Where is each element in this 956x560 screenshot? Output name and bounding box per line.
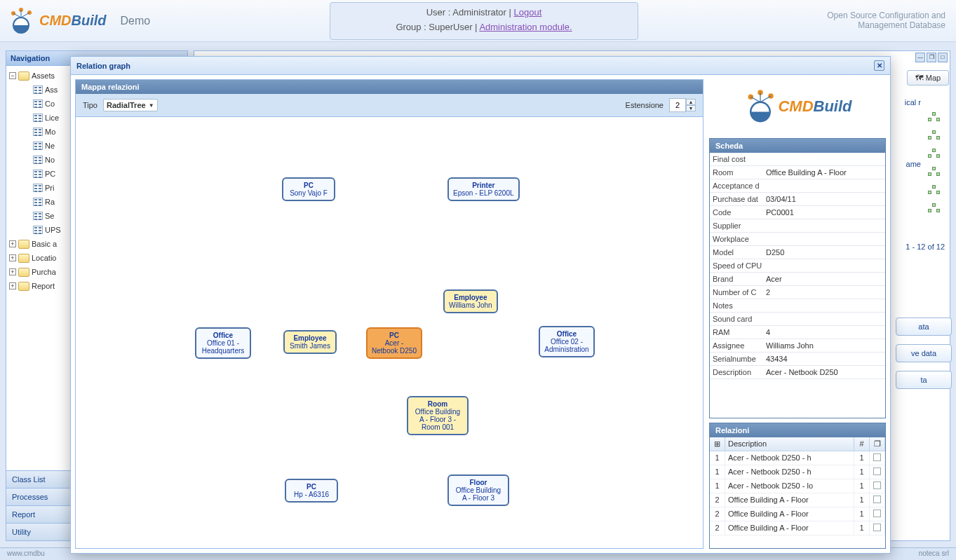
modal-mask: Relation graph ✕ Mappa relazioni Tipo Ra… — [0, 0, 956, 560]
card-row: Workplace — [710, 233, 885, 246]
rel-body[interactable]: 1Acer - Netbook D250 - h11Acer - Netbook… — [710, 451, 885, 548]
copy-icon[interactable]: ❐ — [870, 437, 885, 451]
rel-row[interactable]: 1Acer - Netbook D250 - h1 — [710, 465, 885, 479]
tipo-select[interactable]: RadialTree▼ — [103, 99, 158, 111]
tree-icon[interactable]: ⊞ — [710, 437, 725, 451]
graph-canvas[interactable]: PCSony Vajo F PrinterEpson - ELP 6200L O… — [76, 117, 703, 548]
rel-col-description[interactable]: Description — [725, 437, 854, 451]
card-row: ModelD250 — [710, 246, 885, 259]
scheda-title: Scheda — [710, 139, 885, 153]
tipo-label: Tipo — [83, 101, 97, 109]
spinner-down-icon[interactable]: ▼ — [686, 105, 696, 111]
side-logo: CMDBuild — [709, 79, 886, 134]
rel-row[interactable]: 2Office Building A - Floor1 — [710, 521, 885, 535]
node-room[interactable]: RoomOffice Building A - Floor 3 - Room 0… — [407, 396, 469, 435]
rel-row[interactable]: 2Office Building A - Floor1 — [710, 507, 885, 521]
graph-edges — [76, 117, 286, 222]
ext-label: Estensione — [626, 101, 664, 109]
relation-map-panel: Mappa relazioni Tipo RadialTree▼ Estensi… — [75, 79, 703, 549]
node-office-admin[interactable]: OfficeOffice 02 - Administration — [539, 326, 595, 357]
card-row: Supplier — [710, 219, 885, 233]
card-row: Purchase dat03/04/11 — [710, 193, 885, 206]
card-row: Acceptance d — [710, 179, 885, 193]
modal-header: Relation graph ✕ — [71, 57, 890, 75]
relazioni-panel: Relazioni ⊞ Description # ❐ 1Acer - Netb… — [709, 423, 886, 549]
rel-header-row: ⊞ Description # ❐ — [710, 437, 885, 451]
svg-line-20 — [751, 97, 761, 102]
modal-title: Relation graph — [76, 62, 130, 70]
node-employee-williams[interactable]: EmployeeWilliams John — [443, 289, 498, 313]
svg-line-22 — [760, 96, 771, 102]
card-row: RoomOffice Building A - Floor — [710, 166, 885, 179]
scheda-panel: Scheda Final costRoomOffice Building A -… — [709, 138, 886, 418]
node-floor[interactable]: FloorOffice Building A - Floor 3 — [447, 474, 509, 506]
rel-row[interactable]: 1Acer - Netbook D250 - h1 — [710, 451, 885, 465]
card-row: Speed of CPU — [710, 259, 885, 273]
rel-row[interactable]: 1Acer - Netbook D250 - lo1 — [710, 479, 885, 493]
ext-spinner[interactable]: ▲▼ — [669, 98, 696, 112]
card-row: AssigneeWilliams John — [710, 339, 885, 353]
ext-input[interactable] — [669, 98, 686, 112]
card-row: Serialnumbe43434 — [710, 353, 885, 366]
relazioni-title: Relazioni — [710, 423, 885, 437]
node-pc-hp[interactable]: PCHp - A6316 — [285, 479, 338, 503]
node-pc-acer[interactable]: PCAcer - Netbook D250 — [366, 327, 422, 359]
map-title: Mappa relazioni — [76, 80, 703, 94]
map-toolbar: Tipo RadialTree▼ Estensione ▲▼ — [76, 94, 703, 117]
rel-row[interactable]: 2Office Building A - Floor1 — [710, 493, 885, 507]
card-row: Number of C2 — [710, 286, 885, 299]
relation-graph-modal: Relation graph ✕ Mappa relazioni Tipo Ra… — [70, 56, 891, 554]
rel-col-hash[interactable]: # — [854, 437, 870, 451]
scheda-body[interactable]: Final costRoomOffice Building A - FloorA… — [710, 153, 885, 418]
node-office-hq[interactable]: OfficeOffice 01 - Headquarters — [195, 327, 251, 359]
card-row: BrandAcer — [710, 273, 885, 286]
card-row: Final cost — [710, 153, 885, 166]
card-row: Sound card — [710, 313, 885, 326]
node-printer[interactable]: PrinterEpson - ELP 6200L — [447, 177, 520, 201]
node-pc-sony[interactable]: PCSony Vajo F — [282, 177, 335, 201]
spinner-up-icon[interactable]: ▲ — [686, 99, 696, 105]
card-row: RAM4 — [710, 326, 885, 339]
card-row: Notes — [710, 299, 885, 313]
card-row: CodePC0001 — [710, 206, 885, 219]
node-employee-smith[interactable]: EmployeeSmith James — [283, 330, 337, 354]
close-icon[interactable]: ✕ — [874, 60, 884, 71]
card-row: DescriptionAcer - Netbook D250 — [710, 366, 885, 379]
